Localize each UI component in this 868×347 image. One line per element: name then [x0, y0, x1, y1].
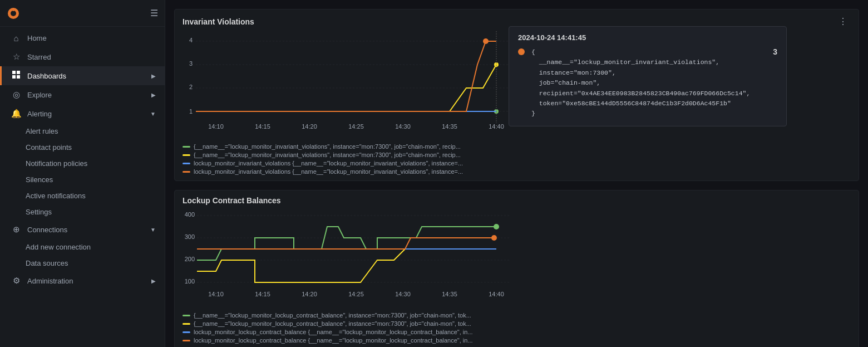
tooltip-code-block: { __name__="lockup_monitor_invariant_vio…: [531, 47, 760, 119]
sidebar-item-administration[interactable]: ⚙ Administration ▶: [0, 271, 165, 290]
svg-text:100: 100: [185, 278, 195, 285]
sidebar-item-active-notifications[interactable]: Active notifications: [0, 188, 165, 204]
panel1-title: Invariant Violations: [183, 17, 254, 26]
svg-point-1: [11, 11, 16, 16]
chevron-down-icon: ▼: [150, 227, 156, 233]
sidebar-item-add-new-connection[interactable]: Add new connection: [0, 239, 165, 255]
svg-text:2: 2: [189, 84, 193, 90]
svg-text:14:30: 14:30: [395, 291, 411, 297]
explore-icon: ◎: [11, 90, 22, 100]
sidebar-item-starred[interactable]: ☆ Starred: [0, 47, 165, 66]
svg-point-41: [494, 224, 499, 229]
tooltip-timestamp: 2024-10-24 14:41:45: [518, 33, 777, 42]
chevron-down-icon: ▼: [150, 111, 156, 117]
sidebar-item-notification-policies[interactable]: Notification policies: [0, 155, 165, 172]
svg-rect-5: [12, 75, 16, 79]
sidebar-item-explore[interactable]: ◎ Explore ▶: [0, 85, 165, 104]
panel2-chart: 400 300 200 100 14:10 14:15 14:20 14:25 …: [175, 208, 859, 310]
svg-text:14:20: 14:20: [302, 123, 317, 130]
chevron-right-icon: ▶: [151, 73, 156, 79]
svg-text:14:10: 14:10: [208, 291, 224, 297]
panel2-title: Lockup Contract Balances: [183, 196, 281, 205]
sidebar-item-alert-rules[interactable]: Alert rules: [0, 123, 165, 139]
legend-item-3: lockup_monitor_invariant_violations {__n…: [183, 160, 851, 167]
sidebar-item-silences[interactable]: Silences: [0, 172, 165, 188]
administration-icon: ⚙: [11, 276, 22, 286]
svg-text:200: 200: [185, 256, 195, 262]
legend2-item-2: {__name__="lockup_monitor_lockup_contrac…: [183, 320, 851, 327]
star-icon: ☆: [11, 52, 22, 62]
legend-item-4: lockup_monitor_invariant_violations {__n…: [183, 168, 851, 175]
tooltip-body: { __name__="lockup_monitor_invariant_vio…: [518, 47, 777, 119]
sidebar-toggle-button[interactable]: ☰: [150, 8, 158, 18]
app-logo: [7, 7, 20, 20]
svg-text:14:20: 14:20: [302, 291, 317, 297]
svg-text:14:40: 14:40: [489, 123, 504, 130]
panel2-legend: {__name__="lockup_monitor_lockup_contrac…: [175, 310, 859, 347]
sidebar-item-alerting-settings[interactable]: Settings: [0, 204, 165, 220]
chevron-right-icon: ▶: [151, 278, 156, 284]
tooltip-series-marker: [518, 48, 525, 55]
legend2-item-1: {__name__="lockup_monitor_lockup_contrac…: [183, 312, 851, 319]
svg-text:14:15: 14:15: [255, 123, 270, 130]
svg-point-2: [12, 9, 14, 11]
svg-rect-6: [17, 75, 20, 79]
svg-text:1: 1: [189, 108, 193, 115]
alerting-icon: 🔔: [11, 109, 22, 119]
sidebar-item-dashboards[interactable]: Dashboards ▶: [0, 66, 165, 85]
svg-text:14:25: 14:25: [348, 123, 364, 130]
invariant-violations-panel: Invariant Violations ⋮ 4 3 2 1 14:10 14:…: [174, 9, 859, 181]
svg-point-42: [491, 235, 497, 241]
svg-text:14:35: 14:35: [442, 123, 457, 130]
svg-text:14:10: 14:10: [208, 123, 224, 130]
dashboards-icon: [11, 71, 22, 81]
chart-tooltip: 2024-10-24 14:41:45 { __name__="lockup_m…: [509, 26, 787, 126]
svg-rect-3: [12, 71, 16, 74]
svg-text:300: 300: [185, 233, 195, 240]
sidebar: ☰ ⌂ Home ☆ Starred Dashboards ▶ ◎ Explor…: [0, 0, 165, 347]
svg-point-24: [483, 38, 489, 44]
svg-text:400: 400: [185, 211, 195, 218]
panel1-legend: {__name__="lockup_monitor_invariant_viol…: [175, 141, 859, 180]
panel2-header: Lockup Contract Balances: [175, 190, 859, 208]
chevron-right-icon: ▶: [151, 92, 156, 98]
svg-text:14:35: 14:35: [442, 291, 457, 297]
svg-text:14:25: 14:25: [348, 291, 364, 297]
svg-text:14:15: 14:15: [255, 291, 270, 297]
svg-text:3: 3: [189, 60, 193, 67]
main-content: Invariant Violations ⋮ 4 3 2 1 14:10 14:…: [165, 0, 868, 347]
nav-main: ⌂ Home ☆ Starred Dashboards ▶ ◎ Explore …: [0, 27, 165, 292]
legend2-item-4: lockup_monitor_lockup_contract_balance {…: [183, 337, 851, 344]
sidebar-item-data-sources[interactable]: Data sources: [0, 255, 165, 271]
sidebar-header: ☰: [0, 0, 165, 27]
sidebar-item-connections[interactable]: ⊕ Connections ▼: [0, 220, 165, 239]
lockup-contract-balances-panel: Lockup Contract Balances 400 300 200 100…: [174, 190, 859, 347]
svg-rect-4: [17, 71, 20, 74]
connections-icon: ⊕: [11, 224, 22, 234]
sidebar-item-alerting[interactable]: 🔔 Alerting ▼: [0, 104, 165, 123]
svg-text:14:40: 14:40: [489, 291, 504, 297]
sidebar-item-home[interactable]: ⌂ Home: [0, 29, 165, 47]
svg-text:4: 4: [189, 37, 193, 43]
legend-item-2: {__name__="lockup_monitor_invariant_viol…: [183, 151, 851, 158]
legend-item-1: {__name__="lockup_monitor_invariant_viol…: [183, 143, 851, 150]
home-icon: ⌂: [11, 33, 22, 43]
panel1-menu-button[interactable]: ⋮: [835, 15, 851, 28]
svg-text:14:30: 14:30: [395, 123, 411, 130]
legend2-item-3: lockup_monitor_lockup_contract_balance {…: [183, 329, 851, 335]
sidebar-item-contact-points[interactable]: Contact points: [0, 139, 165, 155]
tooltip-series-value: 3: [766, 47, 777, 56]
